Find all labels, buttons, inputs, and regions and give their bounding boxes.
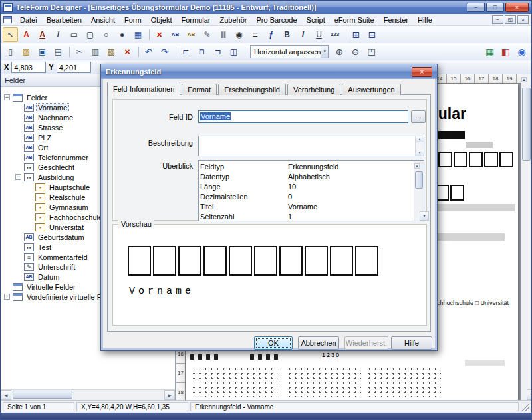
- delete-object-button[interactable]: ×: [120, 45, 135, 59]
- tree-expander-icon[interactable]: [4, 294, 10, 300]
- form-region-tool-button[interactable]: ⊟: [364, 27, 380, 42]
- overview-row[interactable]: Seitenzahl 1: [200, 211, 413, 220]
- dialog-tab[interactable]: Auswertungen: [342, 84, 400, 95]
- table-tool-button[interactable]: ⊞: [348, 27, 364, 42]
- reader-button[interactable]: ◧: [498, 45, 513, 59]
- redo-button[interactable]: ↷: [157, 45, 172, 59]
- copy-button[interactable]: ▥: [88, 45, 103, 59]
- cut-button[interactable]: ✂: [72, 45, 87, 59]
- overview-scrollbar[interactable]: [414, 161, 424, 221]
- choice-field-tool-button[interactable]: ◉: [231, 27, 247, 42]
- info-button[interactable]: ◉: [514, 45, 529, 59]
- scrollbar-thumb[interactable]: [522, 88, 531, 161]
- scroll-right-icon[interactable]: [164, 390, 175, 400]
- scroll-down-icon[interactable]: [420, 211, 429, 221]
- dialog-tab[interactable]: Feld-Informationen: [107, 82, 180, 95]
- dialog-title-bar[interactable]: Erkennungsfeld ×: [101, 64, 437, 79]
- beschreibung-scrollbar[interactable]: [415, 136, 424, 156]
- menu-item[interactable]: Fenster: [379, 15, 413, 25]
- overview-row[interactable]: Feldtyp Erkennungsfeld: [200, 161, 413, 171]
- edit-field-tool-button[interactable]: ✎: [200, 27, 215, 42]
- scanner-button[interactable]: ▦: [482, 45, 497, 59]
- tree-expander-icon[interactable]: [15, 174, 21, 180]
- menu-item[interactable]: Ansicht: [86, 15, 120, 25]
- maximize-button[interactable]: □: [486, 3, 504, 12]
- open-form-button[interactable]: ▨: [19, 45, 34, 59]
- menu-item[interactable]: Form: [120, 15, 146, 25]
- zoom-combobox[interactable]: Horizontal anpassen ▼: [250, 45, 329, 58]
- image-tool-button[interactable]: ▦: [130, 27, 146, 42]
- rounded-rectangle-tool-button[interactable]: ▢: [82, 27, 98, 42]
- scroll-up-icon[interactable]: [416, 136, 424, 142]
- chevron-down-icon[interactable]: ▼: [321, 46, 328, 58]
- scroll-up-icon[interactable]: [414, 163, 420, 169]
- scroll-up-icon[interactable]: [521, 77, 527, 82]
- comb-field-object[interactable]: [435, 185, 464, 201]
- menu-item[interactable]: Formular: [176, 15, 215, 25]
- title-bar[interactable]: TeleForm Designer - [Einseitiges Übungsf…: [1, 1, 531, 14]
- align-right-button[interactable]: ⊐: [210, 45, 225, 59]
- scroll-down-icon[interactable]: [416, 150, 424, 156]
- overview-row[interactable]: Dezimalstellen 0: [200, 191, 413, 201]
- dialog-tab[interactable]: Verarbeitung: [287, 84, 340, 95]
- menu-item[interactable]: Pro Barcode: [251, 15, 301, 25]
- overview-listbox[interactable]: Feldtyp Erkennungsfeld Datentyp Alphabet…: [198, 160, 424, 221]
- dialog-close-button[interactable]: ×: [412, 67, 432, 77]
- x-coordinate-input[interactable]: 4,803: [11, 62, 46, 73]
- select-tool-button[interactable]: ↖: [3, 27, 18, 42]
- resize-grip[interactable]: [521, 402, 529, 411]
- menu-item[interactable]: Zubehör: [215, 15, 251, 25]
- fields-panel-hscrollbar[interactable]: [1, 389, 175, 400]
- feld-id-input[interactable]: Vorname: [198, 110, 408, 123]
- entry-field-tool-button[interactable]: AB: [168, 27, 183, 42]
- y-coordinate-input[interactable]: 4,201: [57, 62, 91, 73]
- overview-row[interactable]: Titel Vorname: [200, 201, 413, 211]
- page-view-button[interactable]: ◰: [364, 45, 379, 59]
- menu-item[interactable]: Objekt: [146, 15, 177, 25]
- label-tool-button[interactable]: A: [19, 27, 34, 42]
- ok-button[interactable]: OK: [254, 336, 293, 350]
- delete-field-button[interactable]: ×: [152, 27, 167, 42]
- new-form-button[interactable]: ▯: [3, 45, 18, 59]
- barcode-object[interactable]: [438, 131, 465, 139]
- align-left-button[interactable]: ⊏: [178, 45, 194, 59]
- line-tool-button[interactable]: /: [51, 27, 66, 42]
- function-field-button[interactable]: ƒ: [263, 27, 279, 42]
- menu-item[interactable]: Hilfe: [413, 15, 437, 25]
- beschreibung-input[interactable]: [198, 136, 424, 156]
- underline-button[interactable]: U: [311, 27, 327, 42]
- menu-item[interactable]: Bearbeiten: [42, 15, 86, 25]
- ellipse-tool-button[interactable]: ○: [98, 27, 114, 42]
- group-objects-button[interactable]: ◫: [226, 45, 241, 59]
- overview-row[interactable]: Datentyp Alphabetisch: [200, 171, 413, 181]
- scrollbar-thumb[interactable]: [13, 391, 72, 399]
- cancel-button[interactable]: Abbrechen: [298, 336, 339, 350]
- canvas-vscrollbar[interactable]: [521, 74, 531, 400]
- rectangle-tool-button[interactable]: ▭: [66, 27, 82, 42]
- comb-field-object[interactable]: [438, 152, 513, 167]
- mdi-minimize-button[interactable]: −: [492, 15, 503, 24]
- help-button[interactable]: Hilfe: [391, 336, 432, 350]
- mdi-close-button[interactable]: ×: [517, 15, 529, 24]
- bold-button[interactable]: B: [279, 27, 295, 42]
- capture-zone-tool-button[interactable]: AB: [184, 27, 199, 42]
- filled-ellipse-tool-button[interactable]: ●: [114, 27, 130, 42]
- undo-button[interactable]: ↶: [141, 45, 156, 59]
- print-button[interactable]: ▤: [51, 45, 66, 59]
- scroll-down-icon[interactable]: [527, 389, 531, 400]
- barcode-tool-button[interactable]: ∥∥: [215, 27, 231, 42]
- align-top-button[interactable]: ⊓: [194, 45, 209, 59]
- save-form-button[interactable]: ▣: [35, 45, 50, 59]
- detail-region-tool-button[interactable]: ≡: [247, 27, 263, 42]
- browse-button[interactable]: ...: [411, 110, 426, 123]
- overview-row[interactable]: Länge 10: [200, 181, 413, 191]
- tree-expander-icon[interactable]: [4, 94, 10, 100]
- dialog-tab[interactable]: Erscheinungsbild: [218, 84, 286, 95]
- dialog-tab[interactable]: Format: [182, 84, 217, 95]
- close-button[interactable]: ×: [505, 3, 529, 12]
- scrollbar-thumb[interactable]: [415, 171, 423, 189]
- text-field-tool-button[interactable]: A: [35, 27, 50, 42]
- italic-button[interactable]: I: [295, 27, 311, 42]
- paste-button[interactable]: ▧: [104, 45, 119, 59]
- menu-item[interactable]: Datei: [15, 15, 42, 25]
